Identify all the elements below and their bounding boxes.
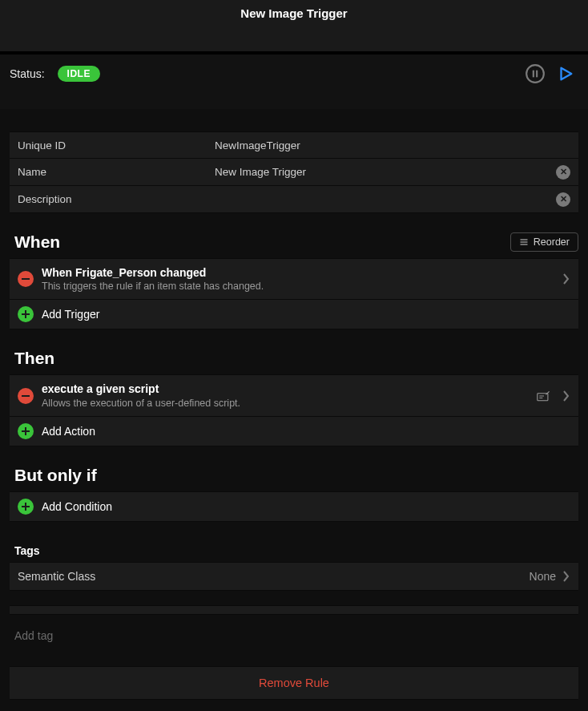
section-title-then: Then xyxy=(10,349,578,368)
add-condition-button[interactable]: Add Condition xyxy=(10,492,578,522)
action-title: execute a given script xyxy=(42,382,529,396)
tags-heading: Tags xyxy=(10,544,578,557)
field-description[interactable]: Description ✕ xyxy=(10,186,578,213)
remove-icon[interactable] xyxy=(18,271,34,287)
add-icon xyxy=(18,499,34,515)
page-title: New Image Trigger xyxy=(240,6,347,20)
section-title-but-only-if: But only if xyxy=(10,466,578,485)
trigger-desc: This triggers the rule if an item state … xyxy=(42,280,554,293)
chevron-right-icon xyxy=(562,273,570,285)
divider xyxy=(10,605,578,615)
svg-rect-2 xyxy=(536,71,538,78)
reorder-icon xyxy=(519,237,529,247)
pause-button[interactable] xyxy=(524,63,546,85)
when-trigger-item[interactable]: When Frigate_Person changed This trigger… xyxy=(10,259,578,300)
status-label: Status: xyxy=(10,67,45,80)
remove-rule-button[interactable]: Remove Rule xyxy=(10,666,578,700)
field-label: Description xyxy=(18,193,215,205)
chevron-right-icon xyxy=(562,390,570,402)
reorder-label: Reorder xyxy=(534,236,570,248)
action-desc: Allows the execution of a user-defined s… xyxy=(42,397,529,410)
add-tag-input[interactable] xyxy=(10,621,578,650)
svg-rect-1 xyxy=(533,71,534,78)
add-icon xyxy=(18,306,34,322)
field-list: Unique ID NewImageTrigger Name New Image… xyxy=(10,131,578,213)
field-name[interactable]: Name New Image Trigger ✕ xyxy=(10,159,578,186)
play-button[interactable] xyxy=(554,63,577,85)
edit-script-icon[interactable] xyxy=(537,390,551,402)
pause-icon xyxy=(525,63,546,84)
semantic-class-value: None xyxy=(530,570,556,583)
svg-point-0 xyxy=(526,65,544,83)
add-trigger-label: Add Trigger xyxy=(42,307,570,321)
remove-icon[interactable] xyxy=(18,388,34,404)
section-title-when: When xyxy=(10,232,510,252)
add-action-label: Add Action xyxy=(42,424,570,438)
field-label: Unique ID xyxy=(18,139,215,151)
add-condition-label: Add Condition xyxy=(42,499,570,514)
remove-rule-label: Remove Rule xyxy=(259,677,329,689)
clear-icon[interactable]: ✕ xyxy=(556,165,570,180)
clear-icon[interactable]: ✕ xyxy=(556,192,570,207)
semantic-class-label: Semantic Class xyxy=(18,570,530,583)
field-value: NewImageTrigger xyxy=(215,139,570,151)
then-action-item[interactable]: execute a given script Allows the execut… xyxy=(10,375,578,416)
chevron-right-icon xyxy=(562,571,570,582)
status-bar: Status: IDLE xyxy=(0,51,588,109)
field-value: New Image Trigger xyxy=(215,166,556,178)
field-unique-id: Unique ID NewImageTrigger xyxy=(10,131,578,159)
trigger-title: When Frigate_Person changed xyxy=(42,265,554,280)
header: New Image Trigger xyxy=(0,0,588,51)
add-icon xyxy=(18,423,34,439)
play-icon xyxy=(557,65,574,83)
add-action-button[interactable]: Add Action xyxy=(10,417,578,446)
reorder-button[interactable]: Reorder xyxy=(510,232,578,252)
semantic-class-row[interactable]: Semantic Class None xyxy=(10,562,578,591)
status-badge: IDLE xyxy=(58,66,100,82)
field-label: Name xyxy=(18,166,215,178)
add-trigger-button[interactable]: Add Trigger xyxy=(10,300,578,329)
